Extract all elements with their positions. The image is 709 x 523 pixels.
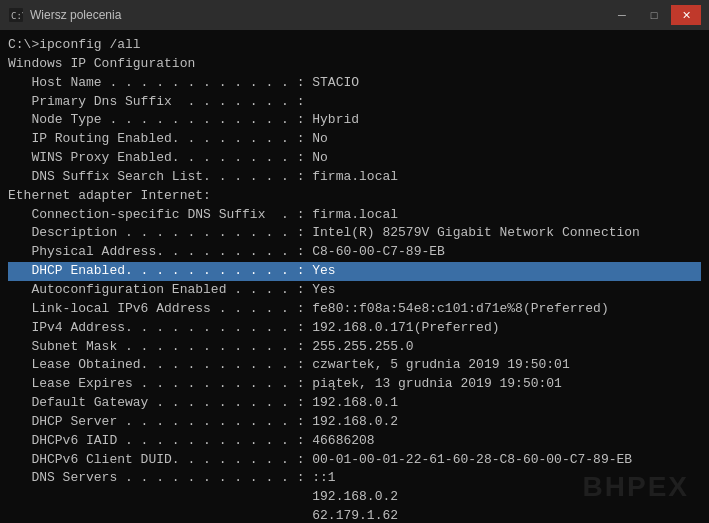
terminal-line: C:\>ipconfig /all <box>8 36 701 55</box>
terminal-body: C:\>ipconfig /allWindows IP Configuratio… <box>0 30 709 523</box>
terminal-line: 62.179.1.62 <box>8 507 701 523</box>
terminal-line: Autoconfiguration Enabled . . . . : Yes <box>8 281 701 300</box>
terminal-line: DNS Servers . . . . . . . . . . . : ::1 <box>8 469 701 488</box>
terminal-line: Windows IP Configuration <box>8 55 701 74</box>
terminal-line: DHCPv6 IAID . . . . . . . . . . . : 4668… <box>8 432 701 451</box>
terminal-line: DHCP Enabled. . . . . . . . . . . : Yes <box>8 262 701 281</box>
terminal-line: IP Routing Enabled. . . . . . . . : No <box>8 130 701 149</box>
terminal-line: Description . . . . . . . . . . . : Inte… <box>8 224 701 243</box>
terminal-line: IPv4 Address. . . . . . . . . . . : 192.… <box>8 319 701 338</box>
terminal-line: DHCP Server . . . . . . . . . . . : 192.… <box>8 413 701 432</box>
terminal-line: WINS Proxy Enabled. . . . . . . . : No <box>8 149 701 168</box>
title-bar: C:\ Wiersz polecenia ─ □ ✕ <box>0 0 709 30</box>
title-bar-buttons: ─ □ ✕ <box>607 5 701 25</box>
terminal-line: Ethernet adapter Internet: <box>8 187 701 206</box>
terminal-line: Connection-specific DNS Suffix . : firma… <box>8 206 701 225</box>
close-button[interactable]: ✕ <box>671 5 701 25</box>
terminal-line: Lease Obtained. . . . . . . . . . : czwa… <box>8 356 701 375</box>
terminal-line: Node Type . . . . . . . . . . . . : Hybr… <box>8 111 701 130</box>
terminal-line: Default Gateway . . . . . . . . . : 192.… <box>8 394 701 413</box>
terminal-line: DNS Suffix Search List. . . . . . : firm… <box>8 168 701 187</box>
terminal-icon: C:\ <box>8 7 24 23</box>
svg-text:C:\: C:\ <box>11 11 23 21</box>
maximize-button[interactable]: □ <box>639 5 669 25</box>
terminal-line: Primary Dns Suffix . . . . . . . : <box>8 93 701 112</box>
terminal-line: Link-local IPv6 Address . . . . . : fe80… <box>8 300 701 319</box>
terminal-line: Physical Address. . . . . . . . . : C8-6… <box>8 243 701 262</box>
terminal-line: Lease Expires . . . . . . . . . . : piąt… <box>8 375 701 394</box>
window-title: Wiersz polecenia <box>30 8 121 22</box>
terminal-line: Subnet Mask . . . . . . . . . . . : 255.… <box>8 338 701 357</box>
terminal-line: 192.168.0.2 <box>8 488 701 507</box>
terminal-line: DHCPv6 Client DUID. . . . . . . . : 00-0… <box>8 451 701 470</box>
terminal-line: Host Name . . . . . . . . . . . . : STAC… <box>8 74 701 93</box>
minimize-button[interactable]: ─ <box>607 5 637 25</box>
